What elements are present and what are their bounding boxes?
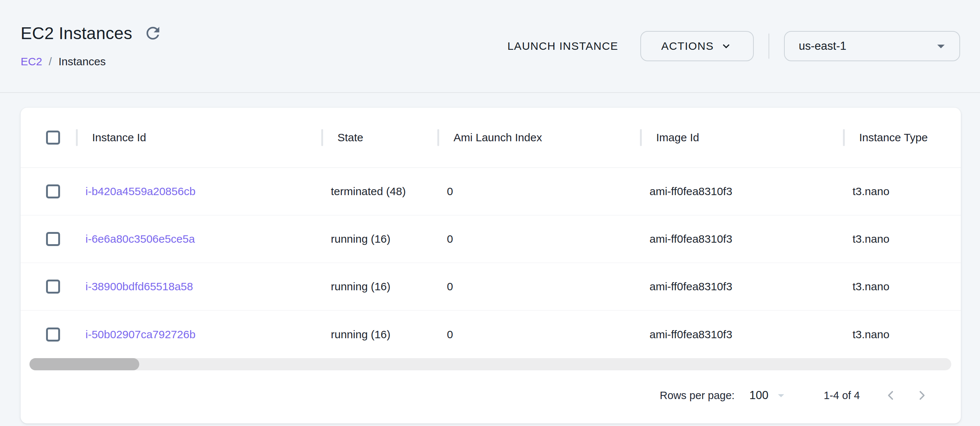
refresh-icon	[143, 24, 162, 43]
arrow-drop-down-icon	[774, 388, 788, 403]
image-id-cell: ami-ff0fea8310f3	[641, 328, 844, 341]
horizontal-scrollbar-track[interactable]	[29, 358, 951, 370]
instance-type-cell: t3.nano	[844, 185, 961, 198]
instance-id-link[interactable]: i-6e6a80c3506e5ce5a	[86, 233, 195, 245]
region-select-value: us-east-1	[799, 40, 932, 53]
previous-page-button[interactable]	[881, 386, 900, 405]
state-cell: terminated (48)	[322, 185, 438, 198]
instance-id-link[interactable]: i-b420a4559a20856cb	[86, 185, 196, 197]
page-title-text: EC2 Instances	[21, 23, 132, 43]
breadcrumb-separator: /	[49, 55, 52, 68]
breadcrumb: EC2 / Instances	[21, 55, 106, 68]
ami-launch-index-cell: 0	[438, 233, 641, 245]
table-row[interactable]: i-50b02907ca792726b running (16) 0 ami-f…	[21, 311, 961, 358]
header-checkbox-cell	[21, 108, 76, 168]
ami-launch-index-cell: 0	[438, 185, 641, 198]
rows-per-page-label: Rows per page:	[660, 389, 735, 402]
state-cell: running (16)	[322, 233, 438, 245]
rows-per-page-select[interactable]: 100	[749, 388, 788, 403]
ami-launch-index-cell: 0	[438, 280, 641, 293]
image-id-cell: ami-ff0fea8310f3	[641, 185, 844, 198]
table-row[interactable]: i-6e6a80c3506e5ce5a running (16) 0 ami-f…	[21, 215, 961, 263]
image-id-cell: ami-ff0fea8310f3	[641, 280, 844, 293]
row-checkbox[interactable]	[46, 279, 60, 294]
row-checkbox-cell	[21, 311, 76, 358]
instance-type-cell: t3.nano	[844, 280, 961, 293]
table-row[interactable]: i-b420a4559a20856cb terminated (48) 0 am…	[21, 168, 961, 215]
horizontal-scrollbar-thumb[interactable]	[29, 358, 139, 370]
instance-type-cell: t3.nano	[844, 328, 961, 341]
chevron-right-icon	[915, 388, 929, 403]
ec2-instances-page: EC2 Instances EC2 / Instances LAUNCH INS…	[0, 0, 980, 426]
chevron-down-icon	[719, 40, 733, 53]
breadcrumb-current: Instances	[59, 55, 106, 68]
row-checkbox-cell	[21, 168, 76, 215]
chevron-left-icon	[883, 388, 898, 403]
ami-launch-index-cell: 0	[438, 328, 641, 341]
table-body: i-b420a4559a20856cb terminated (48) 0 am…	[21, 168, 961, 358]
row-checkbox[interactable]	[46, 184, 60, 198]
column-header-instance-type[interactable]: Instance Type	[844, 108, 961, 168]
instance-id-link[interactable]: i-38900bdfd65518a58	[86, 280, 193, 292]
row-checkbox-cell	[21, 215, 76, 263]
launch-instance-button[interactable]: LAUNCH INSTANCE	[504, 40, 622, 53]
rows-per-page-value: 100	[749, 389, 768, 402]
instances-table-card: Instance Id State Ami Launch Index Image…	[21, 108, 961, 423]
select-all-checkbox[interactable]	[46, 131, 60, 145]
header-divider	[768, 34, 769, 59]
column-header-instance-id[interactable]: Instance Id	[76, 108, 322, 168]
actions-button[interactable]: ACTIONS	[640, 31, 754, 61]
instance-type-cell: t3.nano	[844, 233, 961, 245]
header-actions: LAUNCH INSTANCE ACTIONS us-east-1	[504, 31, 960, 61]
instance-id-link[interactable]: i-50b02907ca792726b	[86, 328, 196, 340]
pagination-range-label: 1-4 of 4	[824, 389, 860, 402]
refresh-button[interactable]	[143, 23, 163, 43]
table-pagination-footer: Rows per page: 100 1-4 of 4	[21, 383, 931, 408]
row-checkbox[interactable]	[46, 232, 60, 246]
page-title: EC2 Instances	[21, 23, 163, 43]
breadcrumb-ec2-link[interactable]: EC2	[21, 55, 42, 68]
table-header-row: Instance Id State Ami Launch Index Image…	[21, 108, 961, 168]
column-header-state[interactable]: State	[322, 108, 438, 168]
image-id-cell: ami-ff0fea8310f3	[641, 233, 844, 245]
actions-button-label: ACTIONS	[661, 40, 714, 53]
header-rule	[0, 92, 980, 93]
region-select[interactable]: us-east-1	[784, 31, 960, 61]
state-cell: running (16)	[322, 280, 438, 293]
state-cell: running (16)	[322, 328, 438, 341]
table-row[interactable]: i-38900bdfd65518a58 running (16) 0 ami-f…	[21, 263, 961, 311]
arrow-drop-down-icon	[932, 37, 950, 55]
row-checkbox[interactable]	[46, 327, 60, 341]
column-header-image-id[interactable]: Image Id	[641, 108, 844, 168]
row-checkbox-cell	[21, 263, 76, 310]
column-header-ami-launch-index[interactable]: Ami Launch Index	[438, 108, 641, 168]
next-page-button[interactable]	[912, 386, 931, 405]
